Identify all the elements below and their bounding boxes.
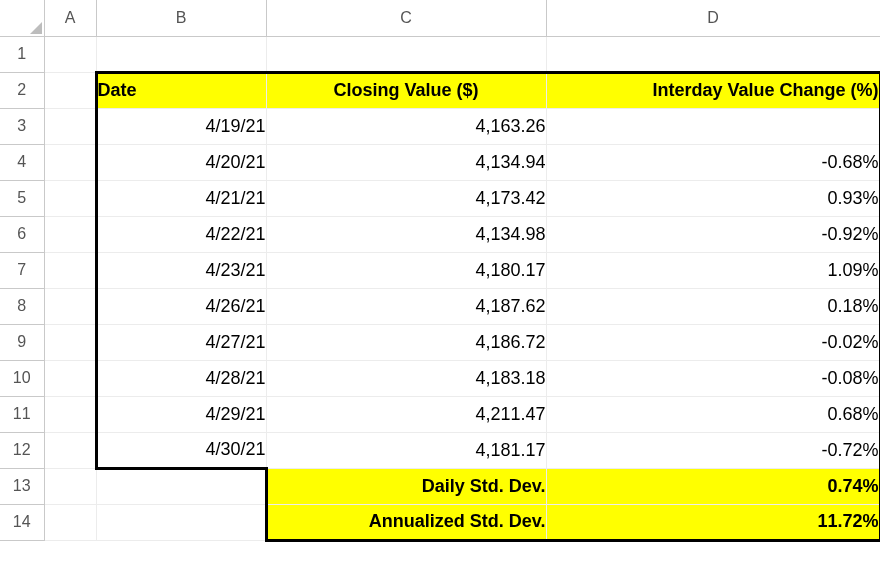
row-14: 14 Annualized Std. Dev. 11.72% <box>0 504 880 540</box>
cell-D1[interactable] <box>546 36 880 72</box>
cell-A4[interactable] <box>44 144 96 180</box>
row-header-4[interactable]: 4 <box>0 144 44 180</box>
cell-A7[interactable] <box>44 252 96 288</box>
cell-closing[interactable]: 4,186.72 <box>266 324 546 360</box>
row-header-8[interactable]: 8 <box>0 288 44 324</box>
summary-daily-label[interactable]: Daily Std. Dev. <box>266 468 546 504</box>
cell-closing[interactable]: 4,181.17 <box>266 432 546 468</box>
cell-date[interactable]: 4/23/21 <box>96 252 266 288</box>
row-header-1[interactable]: 1 <box>0 36 44 72</box>
cell-A5[interactable] <box>44 180 96 216</box>
summary-annual-label[interactable]: Annualized Std. Dev. <box>266 504 546 540</box>
row-3: 3 4/19/21 4,163.26 <box>0 108 880 144</box>
summary-annual-value[interactable]: 11.72% <box>546 504 880 540</box>
cell-date[interactable]: 4/29/21 <box>96 396 266 432</box>
row-header-3[interactable]: 3 <box>0 108 44 144</box>
row-7: 7 4/23/21 4,180.17 1.09% <box>0 252 880 288</box>
row-11: 11 4/29/21 4,211.47 0.68% <box>0 396 880 432</box>
cell-change[interactable]: 0.68% <box>546 396 880 432</box>
row-8: 8 4/26/21 4,187.62 0.18% <box>0 288 880 324</box>
cell-change[interactable]: -0.02% <box>546 324 880 360</box>
cell-date[interactable]: 4/22/21 <box>96 216 266 252</box>
cell-closing[interactable]: 4,180.17 <box>266 252 546 288</box>
cell-date[interactable]: 4/26/21 <box>96 288 266 324</box>
row-5: 5 4/21/21 4,173.42 0.93% <box>0 180 880 216</box>
cell-B1[interactable] <box>96 36 266 72</box>
cell-A10[interactable] <box>44 360 96 396</box>
cell-B14[interactable] <box>96 504 266 540</box>
cell-change[interactable] <box>546 108 880 144</box>
col-header-B[interactable]: B <box>96 0 266 36</box>
cell-change[interactable]: 0.18% <box>546 288 880 324</box>
cell-A8[interactable] <box>44 288 96 324</box>
row-4: 4 4/20/21 4,134.94 -0.68% <box>0 144 880 180</box>
cell-change[interactable]: 0.93% <box>546 180 880 216</box>
summary-daily-value[interactable]: 0.74% <box>546 468 880 504</box>
row-6: 6 4/22/21 4,134.98 -0.92% <box>0 216 880 252</box>
row-10: 10 4/28/21 4,183.18 -0.08% <box>0 360 880 396</box>
row-1: 1 <box>0 36 880 72</box>
cell-closing[interactable]: 4,211.47 <box>266 396 546 432</box>
cell-closing[interactable]: 4,134.98 <box>266 216 546 252</box>
cell-date[interactable]: 4/19/21 <box>96 108 266 144</box>
cell-change[interactable]: -0.72% <box>546 432 880 468</box>
header-change[interactable]: Interday Value Change (%) <box>546 72 880 108</box>
cell-A1[interactable] <box>44 36 96 72</box>
row-header-6[interactable]: 6 <box>0 216 44 252</box>
cell-closing[interactable]: 4,163.26 <box>266 108 546 144</box>
cell-closing[interactable]: 4,173.42 <box>266 180 546 216</box>
row-13: 13 Daily Std. Dev. 0.74% <box>0 468 880 504</box>
header-date[interactable]: Date <box>96 72 266 108</box>
cell-A6[interactable] <box>44 216 96 252</box>
cell-date[interactable]: 4/30/21 <box>96 432 266 468</box>
cell-B13[interactable] <box>96 468 266 504</box>
cell-A14[interactable] <box>44 504 96 540</box>
cell-change[interactable]: 1.09% <box>546 252 880 288</box>
row-header-7[interactable]: 7 <box>0 252 44 288</box>
row-header-11[interactable]: 11 <box>0 396 44 432</box>
cell-A9[interactable] <box>44 324 96 360</box>
cell-A13[interactable] <box>44 468 96 504</box>
cell-A2[interactable] <box>44 72 96 108</box>
select-all-corner[interactable] <box>0 0 44 36</box>
cell-change[interactable]: -0.08% <box>546 360 880 396</box>
row-header-13[interactable]: 13 <box>0 468 44 504</box>
spreadsheet: A B C D 1 2 Date Closing Value ($) Inter… <box>0 0 880 578</box>
row-2: 2 Date Closing Value ($) Interday Value … <box>0 72 880 108</box>
row-header-5[interactable]: 5 <box>0 180 44 216</box>
cell-date[interactable]: 4/20/21 <box>96 144 266 180</box>
header-closing[interactable]: Closing Value ($) <box>266 72 546 108</box>
col-header-D[interactable]: D <box>546 0 880 36</box>
cell-A11[interactable] <box>44 396 96 432</box>
row-header-12[interactable]: 12 <box>0 432 44 468</box>
row-12: 12 4/30/21 4,181.17 -0.72% <box>0 432 880 468</box>
cell-C1[interactable] <box>266 36 546 72</box>
column-header-row: A B C D <box>0 0 880 36</box>
row-header-9[interactable]: 9 <box>0 324 44 360</box>
col-header-C[interactable]: C <box>266 0 546 36</box>
cell-closing[interactable]: 4,134.94 <box>266 144 546 180</box>
cell-closing[interactable]: 4,183.18 <box>266 360 546 396</box>
cell-change[interactable]: -0.92% <box>546 216 880 252</box>
row-header-14[interactable]: 14 <box>0 504 44 540</box>
row-9: 9 4/27/21 4,186.72 -0.02% <box>0 324 880 360</box>
cell-date[interactable]: 4/27/21 <box>96 324 266 360</box>
row-header-2[interactable]: 2 <box>0 72 44 108</box>
cell-change[interactable]: -0.68% <box>546 144 880 180</box>
cell-A12[interactable] <box>44 432 96 468</box>
grid-table: A B C D 1 2 Date Closing Value ($) Inter… <box>0 0 880 542</box>
cell-A3[interactable] <box>44 108 96 144</box>
cell-date[interactable]: 4/28/21 <box>96 360 266 396</box>
row-header-10[interactable]: 10 <box>0 360 44 396</box>
col-header-A[interactable]: A <box>44 0 96 36</box>
cell-date[interactable]: 4/21/21 <box>96 180 266 216</box>
cell-closing[interactable]: 4,187.62 <box>266 288 546 324</box>
